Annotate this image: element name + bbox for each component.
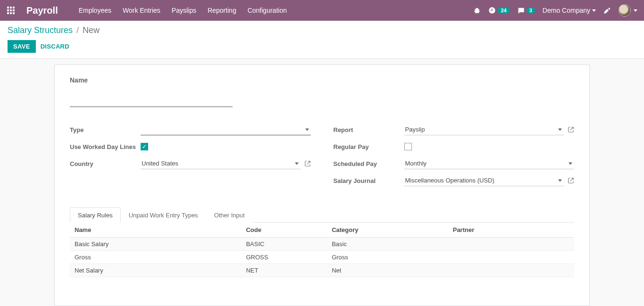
nav-work-entries[interactable]: Work Entries	[118, 2, 165, 19]
col-name[interactable]: Name	[70, 223, 241, 238]
cell-partner	[448, 251, 574, 264]
name-label: Name	[70, 76, 574, 84]
company-name: Demo Company	[543, 7, 590, 14]
breadcrumb-parent[interactable]: Salary Structures	[8, 25, 73, 35]
cell-partner	[448, 264, 574, 277]
form-sheet: Name Type Use Worked Day Lines ✓	[54, 65, 590, 306]
cell-category: Gross	[327, 251, 448, 264]
control-panel: Salary Structures / New SAVE DISCARD	[0, 21, 644, 59]
salary-journal-label: Salary Journal	[334, 177, 404, 184]
activities-button[interactable]: 24	[488, 7, 509, 14]
type-row: Type	[70, 123, 311, 136]
external-link-icon[interactable]	[568, 177, 574, 184]
nav-employees[interactable]: Employees	[74, 2, 116, 19]
salary-rules-table: Name Code Category Partner Basic Salary …	[70, 223, 574, 277]
systray: 24 3 Demo Company	[473, 4, 637, 17]
cell-name: Gross	[70, 251, 241, 264]
cell-name: Basic Salary	[70, 238, 241, 251]
table-row[interactable]: Gross GROSS Gross	[70, 251, 574, 264]
form-container: Name Type Use Worked Day Lines ✓	[0, 59, 644, 306]
debug-icon[interactable]	[603, 7, 611, 14]
nav-payslips[interactable]: Payslips	[167, 2, 201, 19]
table-row[interactable]: Basic Salary BASIC Basic	[70, 238, 574, 251]
regular-pay-label: Regular Pay	[334, 143, 404, 150]
report-label: Report	[334, 126, 404, 133]
use-worked-day-lines-row: Use Worked Day Lines ✓	[70, 140, 311, 153]
regular-pay-row: Regular Pay	[334, 140, 575, 153]
form-left-column: Type Use Worked Day Lines ✓ Country	[70, 123, 311, 191]
external-link-icon[interactable]	[304, 160, 311, 167]
brand-title: Payroll	[26, 5, 58, 16]
col-code[interactable]: Code	[241, 223, 327, 238]
topbar: Payroll Employees Work Entries Payslips …	[0, 0, 644, 21]
company-switcher[interactable]: Demo Company	[543, 7, 596, 14]
col-partner[interactable]: Partner	[448, 223, 574, 238]
tab-salary-rules[interactable]: Salary Rules	[70, 207, 121, 223]
col-category[interactable]: Category	[327, 223, 448, 238]
control-buttons: SAVE DISCARD	[8, 40, 636, 53]
breadcrumb: Salary Structures / New	[8, 25, 636, 35]
country-input[interactable]	[141, 158, 301, 169]
type-input[interactable]	[141, 124, 311, 135]
cell-partner	[448, 238, 574, 251]
table-row[interactable]: Net Salary NET Net	[70, 264, 574, 277]
cell-category: Net	[327, 264, 448, 277]
messages-count: 3	[527, 7, 535, 14]
chevron-down-icon	[634, 9, 637, 12]
breadcrumb-current: New	[83, 25, 100, 35]
cell-code: NET	[241, 264, 327, 277]
cell-code: BASIC	[241, 238, 327, 251]
nav-reporting[interactable]: Reporting	[203, 2, 241, 19]
bug-icon[interactable]	[473, 7, 481, 14]
avatar	[619, 4, 631, 17]
cell-category: Basic	[327, 238, 448, 251]
apps-icon[interactable]	[7, 6, 15, 15]
scheduled-pay-label: Scheduled Pay	[334, 160, 404, 167]
form-right-column: Report Regular Pay Scheduled Pay	[334, 123, 575, 191]
cell-code: GROSS	[241, 251, 327, 264]
nav-configuration[interactable]: Configuration	[243, 2, 292, 19]
user-menu[interactable]	[619, 4, 637, 17]
tab-unpaid-work-entry-types[interactable]: Unpaid Work Entry Types	[121, 207, 206, 223]
scheduled-pay-select[interactable]	[404, 158, 575, 169]
chevron-down-icon	[592, 9, 596, 12]
regular-pay-checkbox[interactable]	[404, 143, 412, 150]
scheduled-pay-row: Scheduled Pay	[334, 157, 575, 170]
save-button[interactable]: SAVE	[8, 40, 36, 53]
messages-button[interactable]: 3	[517, 7, 535, 14]
report-row: Report	[334, 123, 575, 136]
salary-journal-input[interactable]	[404, 175, 564, 186]
tab-other-input[interactable]: Other Input	[206, 207, 253, 223]
external-link-icon[interactable]	[568, 126, 574, 133]
use-worked-day-lines-label: Use Worked Day Lines	[70, 143, 141, 150]
main-nav: Employees Work Entries Payslips Reportin…	[74, 2, 292, 19]
activities-count: 24	[498, 7, 509, 14]
report-input[interactable]	[404, 124, 564, 135]
breadcrumb-sep: /	[76, 25, 79, 35]
discard-button[interactable]: DISCARD	[41, 43, 69, 50]
form-columns: Type Use Worked Day Lines ✓ Country	[70, 123, 574, 191]
country-row: Country	[70, 157, 311, 170]
use-worked-day-lines-checkbox[interactable]: ✓	[141, 143, 148, 150]
salary-journal-row: Salary Journal	[334, 174, 575, 187]
cell-name: Net Salary	[70, 264, 241, 277]
name-input[interactable]	[70, 92, 233, 107]
country-label: Country	[70, 160, 141, 167]
type-label: Type	[70, 126, 141, 133]
notebook-tabs: Salary Rules Unpaid Work Entry Types Oth…	[70, 207, 574, 223]
